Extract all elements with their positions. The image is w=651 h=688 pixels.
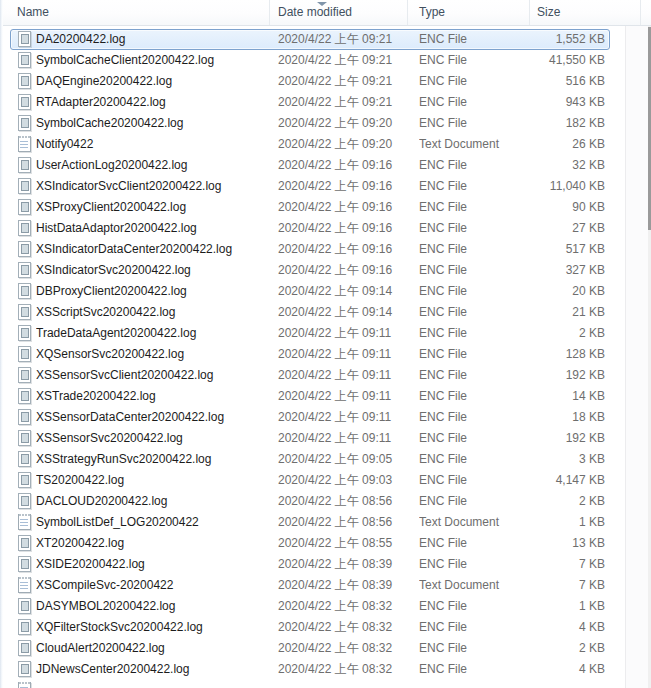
column-header-size-label: Size bbox=[537, 5, 560, 19]
file-date-modified: 2020/4/22 上午 09:16 bbox=[278, 197, 406, 218]
text-document-icon bbox=[17, 682, 33, 688]
file-row[interactable]: HistDataAdaptor20200422.log2020/4/22 上午 … bbox=[0, 218, 625, 239]
file-row[interactable]: XSIDE20200422.log2020/4/22 上午 08:39ENC F… bbox=[0, 554, 625, 575]
file-row[interactable]: XSSensorSvc20200422.log2020/4/22 上午 09:1… bbox=[0, 428, 625, 449]
file-name: SymbolListDef_LOG20200422 bbox=[36, 512, 264, 533]
file-row[interactable]: SymbolCacheClient20200422.log2020/4/22 上… bbox=[0, 50, 625, 71]
file-size: 943 KB bbox=[470, 92, 605, 113]
file-row[interactable]: XSStrategyRunSvc20200422.log2020/4/22 上午… bbox=[0, 449, 625, 470]
file-size: 41,550 KB bbox=[470, 50, 605, 71]
file-size: 516 KB bbox=[470, 71, 605, 92]
file-date-modified: 2020/4/22 上午 09:21 bbox=[278, 29, 406, 50]
file-size: 182 KB bbox=[470, 113, 605, 134]
generic-file-icon bbox=[17, 409, 33, 425]
column-header-size[interactable]: Size bbox=[530, 0, 641, 25]
generic-file-icon bbox=[17, 199, 33, 215]
file-row-partial[interactable] bbox=[0, 680, 625, 688]
file-date-modified: 2020/4/22 上午 08:56 bbox=[278, 512, 406, 533]
generic-file-icon bbox=[17, 640, 33, 656]
file-row[interactable]: JDNewsCenter20200422.log2020/4/22 上午 08:… bbox=[0, 659, 625, 680]
file-row[interactable]: UserActionLog20200422.log2020/4/22 上午 09… bbox=[0, 155, 625, 176]
file-row[interactable]: DA20200422.log2020/4/22 上午 09:21ENC File… bbox=[0, 29, 625, 50]
file-size: 1,552 KB bbox=[470, 29, 605, 50]
column-header-date-modified[interactable]: Date modified bbox=[270, 0, 408, 25]
file-row[interactable]: XQFilterStockSvc20200422.log2020/4/22 上午… bbox=[0, 617, 625, 638]
file-row[interactable]: DBProxyClient20200422.log2020/4/22 上午 09… bbox=[0, 281, 625, 302]
file-date-modified: 2020/4/22 上午 09:21 bbox=[278, 92, 406, 113]
text-document-icon bbox=[17, 136, 33, 152]
file-size: 192 KB bbox=[470, 428, 605, 449]
file-row[interactable]: TS20200422.log2020/4/22 上午 09:03ENC File… bbox=[0, 470, 625, 491]
file-list: DA20200422.log2020/4/22 上午 09:21ENC File… bbox=[0, 29, 625, 688]
file-size: 1 KB bbox=[470, 596, 605, 617]
column-header-type-label: Type bbox=[419, 5, 445, 19]
file-name: RTAdapter20200422.log bbox=[36, 92, 264, 113]
column-header-type[interactable]: Type bbox=[408, 0, 530, 25]
generic-file-icon bbox=[17, 220, 33, 236]
file-date-modified: 2020/4/22 上午 09:20 bbox=[278, 134, 406, 155]
file-row[interactable]: XSTrade20200422.log2020/4/22 上午 09:11ENC… bbox=[0, 386, 625, 407]
file-name: TradeDataAgent20200422.log bbox=[36, 323, 264, 344]
file-date-modified: 2020/4/22 上午 09:11 bbox=[278, 344, 406, 365]
file-row[interactable]: DACLOUD20200422.log2020/4/22 上午 08:56ENC… bbox=[0, 491, 625, 512]
file-size: 192 KB bbox=[470, 365, 605, 386]
file-row[interactable]: XSSensorDataCenter20200422.log2020/4/22 … bbox=[0, 407, 625, 428]
file-name: DAQEngine20200422.log bbox=[36, 71, 264, 92]
generic-file-icon bbox=[17, 325, 33, 341]
column-header-name[interactable]: Name bbox=[3, 0, 270, 25]
file-row[interactable]: XSSensorSvcClient20200422.log2020/4/22 上… bbox=[0, 365, 625, 386]
file-name: Notify0422 bbox=[36, 134, 264, 155]
generic-file-icon bbox=[17, 598, 33, 614]
file-row[interactable]: XSProxyClient20200422.log2020/4/22 上午 09… bbox=[0, 197, 625, 218]
file-size: 14 KB bbox=[470, 386, 605, 407]
file-row[interactable]: RTAdapter20200422.log2020/4/22 上午 09:21E… bbox=[0, 92, 625, 113]
file-name: XSIDE20200422.log bbox=[36, 554, 264, 575]
generic-file-icon bbox=[17, 619, 33, 635]
file-name: SymbolCacheClient20200422.log bbox=[36, 50, 264, 71]
file-row[interactable]: DASYMBOL20200422.log2020/4/22 上午 08:32EN… bbox=[0, 596, 625, 617]
file-name: XSIndicatorSvcClient20200422.log bbox=[36, 176, 264, 197]
file-size: 7 KB bbox=[470, 575, 605, 596]
file-date-modified: 2020/4/22 上午 09:11 bbox=[278, 407, 406, 428]
file-size: 18 KB bbox=[470, 407, 605, 428]
file-row[interactable]: XQSensorSvc20200422.log2020/4/22 上午 09:1… bbox=[0, 344, 625, 365]
file-size: 11,040 KB bbox=[470, 176, 605, 197]
file-row[interactable]: XSIndicatorDataCenter20200422.log2020/4/… bbox=[0, 239, 625, 260]
generic-file-icon bbox=[17, 367, 33, 383]
file-name: XSCompileSvc-20200422 bbox=[36, 575, 264, 596]
file-date-modified: 2020/4/22 上午 08:39 bbox=[278, 554, 406, 575]
file-name: XSProxyClient20200422.log bbox=[36, 197, 264, 218]
list-right-gutter-line bbox=[625, 26, 626, 688]
file-name: HistDataAdaptor20200422.log bbox=[36, 218, 264, 239]
file-size: 26 KB bbox=[470, 134, 605, 155]
file-name: CloudAlert20200422.log bbox=[36, 638, 264, 659]
generic-file-icon bbox=[17, 115, 33, 131]
file-row[interactable]: CloudAlert20200422.log2020/4/22 上午 08:32… bbox=[0, 638, 625, 659]
generic-file-icon bbox=[17, 451, 33, 467]
generic-file-icon bbox=[17, 73, 33, 89]
file-name: XSIndicatorSvc20200422.log bbox=[36, 260, 264, 281]
file-date-modified: 2020/4/22 上午 09:16 bbox=[278, 155, 406, 176]
file-size: 90 KB bbox=[470, 197, 605, 218]
file-row[interactable]: Notify04222020/4/22 上午 09:20Text Documen… bbox=[0, 134, 625, 155]
file-size: 7 KB bbox=[470, 554, 605, 575]
generic-file-icon bbox=[17, 661, 33, 677]
file-list-header: Name Date modified Type Size bbox=[0, 0, 651, 26]
file-row[interactable]: XSScriptSvc20200422.log2020/4/22 上午 09:1… bbox=[0, 302, 625, 323]
generic-file-icon bbox=[17, 178, 33, 194]
file-date-modified: 2020/4/22 上午 08:39 bbox=[278, 575, 406, 596]
file-row[interactable]: DAQEngine20200422.log2020/4/22 上午 09:21E… bbox=[0, 71, 625, 92]
file-row[interactable]: XSCompileSvc-202004222020/4/22 上午 08:39T… bbox=[0, 575, 625, 596]
generic-file-icon bbox=[17, 283, 33, 299]
file-size: 4 KB bbox=[470, 659, 605, 680]
file-date-modified: 2020/4/22 上午 09:20 bbox=[278, 113, 406, 134]
file-row[interactable]: TradeDataAgent20200422.log2020/4/22 上午 0… bbox=[0, 323, 625, 344]
generic-file-icon bbox=[17, 31, 33, 47]
file-size: 32 KB bbox=[470, 155, 605, 176]
file-row[interactable]: SymbolListDef_LOG202004222020/4/22 上午 08… bbox=[0, 512, 625, 533]
file-row[interactable]: XT20200422.log2020/4/22 上午 08:55ENC File… bbox=[0, 533, 625, 554]
file-name: DBProxyClient20200422.log bbox=[36, 281, 264, 302]
file-row[interactable]: XSIndicatorSvc20200422.log2020/4/22 上午 0… bbox=[0, 260, 625, 281]
file-row[interactable]: XSIndicatorSvcClient20200422.log2020/4/2… bbox=[0, 176, 625, 197]
file-row[interactable]: SymbolCache20200422.log2020/4/22 上午 09:2… bbox=[0, 113, 625, 134]
